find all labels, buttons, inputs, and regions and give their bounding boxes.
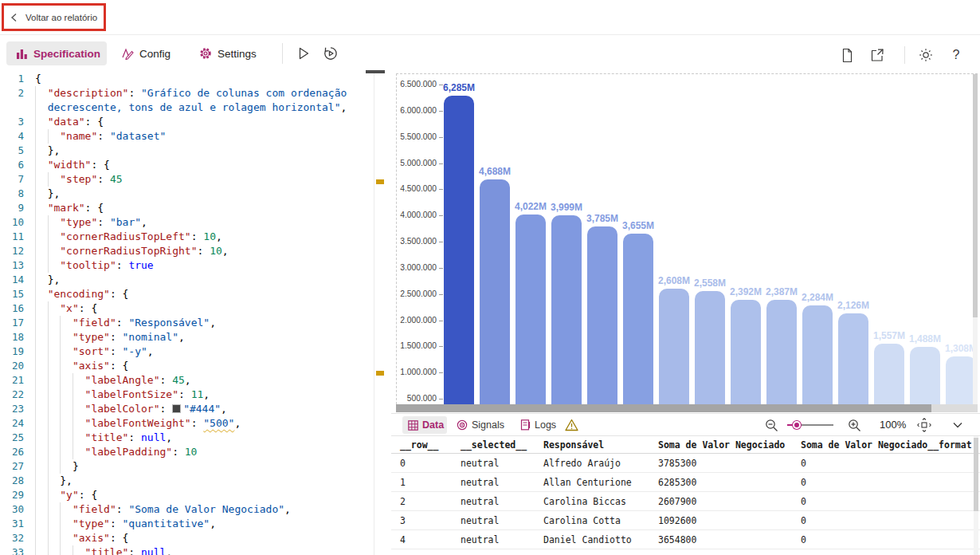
data-table: __row____selected__ResponsávelSoma de Va… (391, 436, 980, 555)
code-line[interactable]: 16"x": { (0, 301, 373, 316)
zoom-out-button[interactable] (762, 416, 780, 434)
code-line[interactable]: 4"name": "dataset" (0, 129, 373, 144)
column-header[interactable]: __selected__ (461, 436, 527, 453)
table-row[interactable]: 3neutralCarolina Cotta10926000 (391, 511, 980, 530)
help-button[interactable]: ? (946, 45, 966, 65)
code-line[interactable]: 21"labelAngle": 45, (0, 373, 373, 388)
tab-logs[interactable]: Logs (520, 416, 566, 434)
bar[interactable] (910, 347, 940, 412)
preview-h-scrollbar[interactable] (396, 404, 978, 412)
bar[interactable] (731, 300, 761, 412)
code-line[interactable]: 31"type": "quantitative", (0, 517, 373, 531)
line-number: 2 (0, 86, 24, 100)
code-line[interactable]: 17"field": "Responsável", (0, 316, 373, 330)
code-line[interactable]: 18"type": "nominal", (0, 330, 373, 344)
tab-config[interactable]: Config (118, 41, 183, 65)
collapse-panel-button[interactable] (949, 416, 966, 434)
bar-label: 1,308M (935, 343, 978, 354)
table-row[interactable]: 0neutralAlfredo Araújo37853000 (391, 454, 980, 473)
code-line[interactable]: 29"y": { (0, 488, 373, 502)
column-header[interactable]: Soma de Valor Negociado (658, 436, 785, 453)
code-line[interactable]: 6"width": { (0, 158, 373, 172)
code-line[interactable]: 26"labelPadding": 10 (0, 445, 373, 459)
tab-label: Logs (535, 419, 556, 431)
code-line[interactable]: 15"encoding": { (0, 287, 373, 301)
table-scrollbar-thumb[interactable] (974, 438, 978, 511)
code-line[interactable]: 19"sort": "-y", (0, 344, 373, 359)
code-line[interactable]: 25"title": null, (0, 431, 373, 445)
auto-apply-button[interactable] (320, 43, 341, 64)
table-row[interactable]: 1neutralAllan Centurione62853000 (391, 473, 980, 492)
run-button[interactable] (293, 43, 314, 64)
bar[interactable] (874, 344, 904, 412)
v-scrollbar-thumb[interactable] (973, 74, 978, 317)
fit-to-view-button[interactable] (915, 416, 933, 434)
table-row[interactable]: 4neutralDaniel Candiotto36548000 (391, 530, 980, 549)
code-line[interactable]: 20"axis": { (0, 359, 373, 373)
h-scrollbar-thumb[interactable] (396, 404, 931, 412)
y-axis-tick (439, 215, 443, 216)
bar[interactable] (480, 179, 510, 412)
editor-scrollbar[interactable] (374, 70, 374, 555)
code-line[interactable]: 24"labelFontWeight": "500", (0, 416, 373, 431)
code-line[interactable]: 23"labelColor": "#444", (0, 402, 373, 416)
tab-specification[interactable]: Specification (6, 41, 107, 65)
code-line[interactable]: 1{ (0, 72, 373, 86)
bar[interactable] (587, 226, 617, 412)
color-swatch[interactable] (172, 404, 181, 413)
editor-scrollbar-thumb[interactable] (366, 70, 385, 73)
bar[interactable] (551, 215, 582, 412)
code-line[interactable]: 30"field": "Soma de Valor Negociado", (0, 502, 373, 517)
code-line[interactable]: 13"tooltip": true (0, 258, 373, 273)
code-line[interactable]: 33"title": null, (0, 545, 373, 555)
help-icon: ? (953, 48, 960, 62)
table-row[interactable]: 2neutralCarolina Biccas26079000 (391, 492, 980, 511)
bar-chart-icon (16, 48, 28, 60)
bar[interactable] (766, 300, 797, 412)
tab-settings[interactable]: Settings (196, 41, 269, 65)
column-header[interactable]: __row__ (400, 436, 438, 453)
line-number: 10 (0, 215, 24, 230)
code-line[interactable]: 11"cornerRadiusTopLeft": 10, (0, 230, 373, 244)
warning-icon (565, 419, 578, 431)
tab-data[interactable]: Data (402, 416, 447, 434)
table-cell: 2607900 (658, 492, 696, 510)
tab-signals[interactable]: Signals (457, 416, 514, 434)
code-line[interactable]: decrescente, tons de azul e rolagem hori… (0, 100, 373, 115)
code-line[interactable]: 10"type": "bar", (0, 215, 373, 230)
code-line[interactable]: 7"step": 45 (0, 172, 373, 187)
bar[interactable] (838, 313, 868, 412)
code-line[interactable]: 22"labelFontSize": 11, (0, 388, 373, 402)
theme-toggle-button[interactable] (915, 45, 936, 65)
zoom-in-button[interactable] (845, 416, 863, 434)
code-line[interactable]: 5}, (0, 144, 373, 158)
code-editor[interactable]: 1{2"description": "Gráfico de colunas co… (0, 72, 373, 555)
preview-v-scrollbar[interactable] (973, 74, 978, 404)
zoom-slider-knob[interactable] (793, 421, 801, 429)
bar[interactable] (802, 305, 833, 412)
bar[interactable] (695, 291, 725, 412)
code-line[interactable]: 9"mark": { (0, 201, 373, 215)
y-axis-label: 3.500.000 (398, 237, 437, 246)
line-number: 18 (0, 330, 24, 344)
bar[interactable] (623, 234, 653, 412)
back-button[interactable]: Voltar ao relatório (2, 3, 106, 31)
table-scrollbar[interactable] (974, 436, 978, 555)
column-header[interactable]: Soma de Valor Negociado__format (801, 436, 972, 453)
code-line[interactable]: 28}, (0, 474, 373, 488)
code-line[interactable]: 32"axis": { (0, 531, 373, 545)
export-button[interactable] (867, 45, 888, 65)
bar[interactable] (515, 215, 546, 412)
code-line[interactable]: 12"cornerRadiusTopRight": 10, (0, 244, 373, 258)
column-header[interactable]: Responsável (543, 436, 604, 453)
code-line[interactable]: 3"data": { (0, 115, 373, 129)
new-specification-button[interactable] (837, 45, 857, 65)
pen-icon (121, 47, 134, 60)
bar[interactable] (659, 289, 689, 412)
code-line[interactable]: 27} (0, 459, 373, 474)
code-line[interactable]: 8}, (0, 187, 373, 201)
code-line[interactable]: 14}, (0, 273, 373, 287)
data-panel: Data Signals Logs 100% (391, 413, 980, 555)
code-line[interactable]: 2"description": "Gráfico de colunas com … (0, 86, 373, 100)
bar[interactable] (444, 96, 474, 412)
